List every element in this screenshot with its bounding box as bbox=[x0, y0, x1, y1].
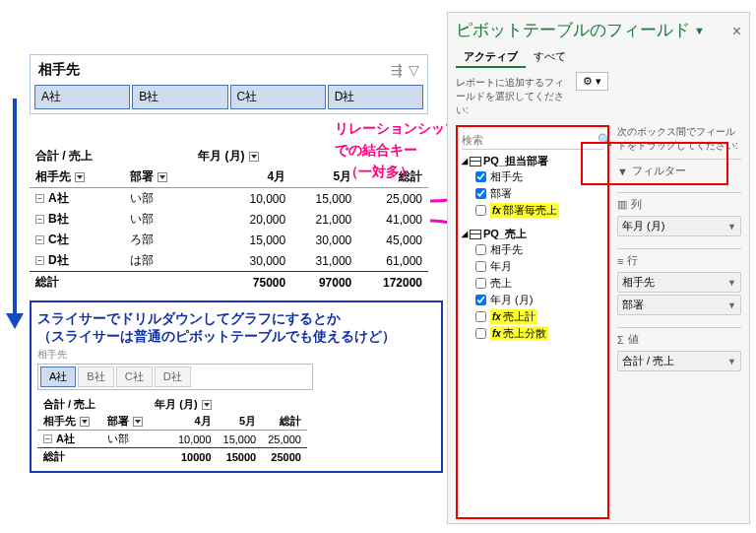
fx-icon: fx bbox=[492, 311, 501, 322]
field-label: 年月 (月) bbox=[490, 293, 533, 307]
chip-label: 年月 (月) bbox=[622, 219, 664, 233]
filter-icon: ▼ bbox=[617, 166, 628, 177]
field-item[interactable]: 部署 bbox=[462, 185, 603, 202]
filter-area[interactable]: ▼フィルター bbox=[617, 159, 741, 192]
chevron-down-icon[interactable]: ▼ bbox=[727, 222, 736, 232]
field-item[interactable]: 年月 (月) bbox=[462, 292, 603, 308]
dropdown-icon[interactable] bbox=[133, 417, 143, 427]
field-label: 部署毎売上 bbox=[503, 204, 557, 216]
table-node[interactable]: ◢PQ_担当部署 bbox=[462, 154, 603, 168]
value-cell: 25,000 bbox=[262, 431, 307, 448]
field-label: 相手先 bbox=[490, 242, 523, 257]
clear-filter-icon[interactable]: ▽ bbox=[409, 62, 419, 78]
field-item[interactable]: fx売上計 bbox=[462, 308, 603, 325]
field-checkbox[interactable] bbox=[475, 205, 486, 216]
chevron-down-icon[interactable]: ▼ bbox=[727, 278, 736, 288]
field-checkbox[interactable] bbox=[475, 188, 486, 199]
field-label: 売上計 bbox=[503, 310, 536, 322]
chevron-down-icon[interactable]: ▼ bbox=[727, 357, 736, 366]
field-item[interactable]: 売上 bbox=[462, 275, 603, 292]
field-chip[interactable]: 年月 (月)▼ bbox=[617, 216, 741, 236]
field-chip[interactable]: 合計 / 売上▼ bbox=[617, 351, 741, 371]
search-input[interactable] bbox=[462, 134, 598, 146]
value-cell: 61,000 bbox=[357, 250, 428, 272]
field-chip[interactable]: 部署▼ bbox=[617, 295, 741, 315]
field-checkbox[interactable] bbox=[475, 311, 486, 322]
slicer-item[interactable]: B社 bbox=[132, 85, 227, 109]
dropdown-icon[interactable] bbox=[80, 417, 90, 427]
value-cell: 10000 bbox=[149, 448, 217, 466]
table-row: −A社い部10,00015,00025,000 bbox=[30, 188, 428, 210]
value-cell: 21,000 bbox=[291, 209, 357, 230]
slicer-item[interactable]: D社 bbox=[155, 366, 191, 387]
company-cell: D社 bbox=[48, 252, 69, 269]
area-label: フィルター bbox=[632, 164, 686, 178]
value-cell: 10,000 bbox=[192, 188, 291, 210]
gear-icon[interactable]: ⚙ ▾ bbox=[576, 72, 608, 91]
rows-area[interactable]: ≡行 相手先▼ 部署▼ bbox=[617, 248, 741, 327]
value-cell: 20,000 bbox=[192, 209, 291, 230]
field-label: 売上分散 bbox=[503, 327, 546, 339]
table-row: −D社は部30,00031,00061,000 bbox=[30, 250, 428, 272]
field-item[interactable]: fx売上分散 bbox=[462, 325, 603, 342]
field-item[interactable]: fx部署毎売上 bbox=[462, 202, 603, 219]
table-row: −B社い部20,00021,00041,000 bbox=[30, 209, 428, 230]
slicer-item[interactable]: C社 bbox=[116, 366, 153, 387]
tab-all[interactable]: すべて bbox=[526, 47, 574, 68]
slicer-item[interactable]: A社 bbox=[34, 85, 130, 109]
slicer-item-selected[interactable]: A社 bbox=[40, 366, 76, 387]
mini-pivot-table: 合計 / 売上年月 (月) 相手先部署4月5月総計 −A社い部10,00015,… bbox=[37, 396, 307, 465]
slicer-item[interactable]: C社 bbox=[230, 85, 326, 109]
table-node[interactable]: ◢PQ_売上 bbox=[462, 227, 603, 241]
columns-area[interactable]: ▥列 年月 (月)▼ bbox=[617, 192, 741, 248]
field-item[interactable]: 相手先 bbox=[462, 241, 603, 258]
values-area[interactable]: Σ値 合計 / 売上▼ bbox=[617, 327, 741, 383]
month-header: 4月 bbox=[149, 413, 217, 431]
slicer-item[interactable]: D社 bbox=[328, 85, 423, 109]
total-col-header: 総計 bbox=[262, 413, 307, 431]
field-checkbox[interactable] bbox=[475, 328, 486, 339]
search-icon[interactable]: 🔍 bbox=[598, 133, 612, 147]
chip-label: 部署 bbox=[622, 298, 644, 312]
dept-cell: い部 bbox=[101, 431, 149, 448]
column-dropdown-icon[interactable] bbox=[249, 152, 259, 162]
rowfield1-dropdown-icon[interactable] bbox=[75, 172, 85, 182]
column-field: 年月 (月) bbox=[155, 398, 197, 410]
close-icon[interactable]: × bbox=[732, 23, 741, 40]
field-checkbox[interactable] bbox=[475, 295, 486, 305]
collapse-icon[interactable]: − bbox=[35, 215, 44, 224]
drilldown-example-box: スライサーでドリルダウンしてグラフにするとか （スライサーは普通のピボットテーブ… bbox=[30, 300, 443, 473]
field-item[interactable]: 相手先 bbox=[462, 168, 603, 185]
field-checkbox[interactable] bbox=[475, 261, 486, 272]
value-cell: 15000 bbox=[218, 448, 263, 466]
field-checkbox[interactable] bbox=[475, 244, 486, 255]
field-item[interactable]: 年月 bbox=[462, 258, 603, 275]
area-label: 列 bbox=[631, 197, 642, 212]
slicer-item[interactable]: B社 bbox=[78, 366, 113, 387]
field-checkbox[interactable] bbox=[475, 171, 486, 182]
multi-select-icon[interactable]: ⇶ bbox=[391, 62, 403, 78]
collapse-icon[interactable]: − bbox=[43, 434, 52, 443]
table-icon bbox=[470, 157, 481, 167]
table-icon bbox=[470, 230, 481, 239]
tab-active[interactable]: アクティブ bbox=[456, 47, 526, 68]
field-chip[interactable]: 相手先▼ bbox=[617, 272, 741, 293]
rowfield2-dropdown-icon[interactable] bbox=[158, 172, 167, 182]
chip-label: 相手先 bbox=[622, 275, 655, 290]
column-field: 年月 (月) bbox=[198, 149, 244, 163]
field-label: 相手先 bbox=[490, 169, 523, 184]
dropdown-icon[interactable] bbox=[202, 400, 212, 410]
chevron-down-icon[interactable]: ▼ bbox=[727, 300, 736, 310]
value-cell: 15,000 bbox=[218, 431, 263, 448]
value-cell: 15,000 bbox=[192, 230, 291, 250]
field-checkbox[interactable] bbox=[475, 278, 486, 289]
value-cell: 25000 bbox=[262, 448, 307, 466]
layout-areas: 次のボックス間でフィールドをドラッグしてください: ▼フィルター ▥列 年月 (… bbox=[617, 125, 741, 519]
collapse-icon[interactable]: − bbox=[35, 256, 44, 265]
row-field-1: 相手先 bbox=[43, 415, 76, 427]
table-name: PQ_売上 bbox=[483, 227, 527, 241]
value-cell: 25,000 bbox=[357, 188, 428, 210]
collapse-icon[interactable]: − bbox=[35, 235, 44, 244]
collapse-icon[interactable]: − bbox=[35, 194, 44, 203]
table-name: PQ_担当部署 bbox=[483, 154, 548, 168]
